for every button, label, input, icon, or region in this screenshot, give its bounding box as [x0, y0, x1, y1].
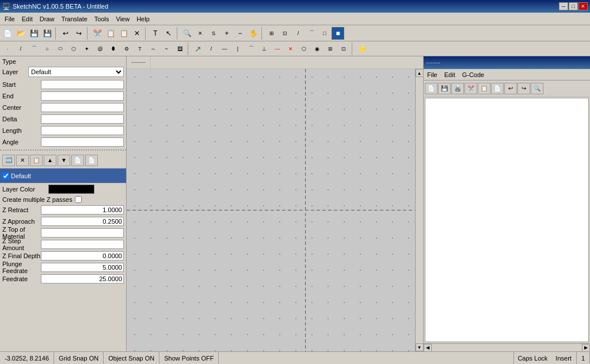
scroll-down-btn[interactable]: ▼: [416, 343, 424, 351]
tb2-spline[interactable]: ~: [160, 43, 173, 55]
tb-zoom-s[interactable]: S: [207, 27, 220, 40]
tb2-poly[interactable]: ⬡: [67, 43, 80, 55]
tb2-gear[interactable]: ⚙: [120, 43, 133, 55]
tb2-node[interactable]: ◉: [311, 43, 323, 55]
z-retract-input[interactable]: [41, 205, 124, 214]
tb-zoom-plus[interactable]: +: [220, 27, 233, 40]
z-final-input[interactable]: [41, 251, 124, 260]
menu-translate[interactable]: Translate: [58, 14, 90, 24]
menu-draw[interactable]: Draw: [36, 14, 58, 24]
tb2-ellipse[interactable]: ⬭: [54, 43, 67, 55]
tb2-arc[interactable]: ⌒: [28, 43, 40, 55]
menu-tools[interactable]: Tools: [91, 14, 113, 24]
tb2-circle[interactable]: ○: [41, 43, 54, 55]
right-tb-copy[interactable]: 📋: [478, 83, 490, 94]
tb2-h[interactable]: —: [218, 43, 231, 55]
vertical-scrollbar[interactable]: ▲ ▼: [415, 69, 423, 351]
z-approach-input[interactable]: [41, 217, 124, 226]
sub-btn-new[interactable]: 🆕: [2, 155, 15, 166]
maximize-button[interactable]: □: [569, 2, 578, 10]
tb-open[interactable]: 📂: [14, 27, 27, 40]
right-tb-new[interactable]: 📄: [425, 83, 437, 94]
menu-help[interactable]: Help: [133, 14, 153, 24]
sub-btn-delete[interactable]: ✕: [16, 155, 29, 166]
tb-undo[interactable]: ↩: [59, 27, 72, 40]
tb2-tangent[interactable]: ⌒: [245, 43, 257, 55]
scroll-up-btn[interactable]: ▲: [416, 69, 424, 77]
tb2-point[interactable]: ·: [1, 43, 14, 55]
tb2-extra[interactable]: ⊞: [324, 43, 337, 55]
canvas-viewport[interactable]: [127, 69, 415, 351]
sub-btn-copy[interactable]: 📄: [71, 155, 84, 166]
minimize-button[interactable]: ─: [559, 2, 568, 10]
tb2-text2[interactable]: T: [134, 43, 146, 55]
status-show-points[interactable]: Show Points OFF: [159, 352, 219, 364]
status-grid-snap[interactable]: Grid Snap ON: [54, 352, 104, 364]
tb-new[interactable]: 📄: [1, 27, 14, 40]
right-tb-undo[interactable]: ↩: [504, 83, 517, 94]
field-delta-input[interactable]: [41, 114, 124, 124]
tb2-red-line[interactable]: —: [271, 43, 284, 55]
right-tb-cut[interactable]: ✂️: [465, 83, 477, 94]
tb-save[interactable]: 💾: [28, 27, 40, 40]
tb2-star2[interactable]: ⭐: [356, 43, 368, 55]
close-button[interactable]: ✕: [578, 2, 588, 10]
tb-zoom-x[interactable]: ✕: [194, 27, 207, 40]
tb2-v[interactable]: |: [231, 43, 244, 55]
tb-text[interactable]: T: [149, 27, 162, 40]
layer-color-box[interactable]: [48, 185, 94, 194]
right-content-area[interactable]: [425, 98, 589, 342]
scroll-left-btn[interactable]: ◀: [424, 344, 432, 352]
tb2-red-x[interactable]: ✕: [284, 43, 297, 55]
tb-delete[interactable]: ✕: [131, 27, 143, 40]
tb-copy[interactable]: 📋: [104, 27, 117, 40]
tb2-img[interactable]: 🖼: [173, 43, 186, 55]
tb-fill[interactable]: ■: [332, 27, 344, 40]
field-start-input[interactable]: [41, 80, 124, 89]
right-tb-redo[interactable]: ↪: [517, 83, 530, 94]
tb-snap[interactable]: ⊡: [279, 27, 291, 40]
field-length-input[interactable]: [41, 126, 124, 135]
tb2-arrow-up[interactable]: ↗: [192, 43, 204, 55]
menu-view[interactable]: View: [113, 14, 134, 24]
tb-line[interactable]: /: [292, 27, 304, 40]
tb2-star[interactable]: ✦: [81, 43, 93, 55]
tb2-shape[interactable]: ⬡: [298, 43, 310, 55]
tb-redo[interactable]: ↪: [73, 27, 85, 40]
z-step-input[interactable]: [41, 240, 124, 249]
scroll-right-btn[interactable]: ▶: [582, 344, 590, 352]
menu-edit[interactable]: Edit: [18, 14, 36, 24]
right-tb-save[interactable]: 💾: [438, 83, 451, 94]
tb-curve[interactable]: ⌒: [305, 27, 318, 40]
menu-file[interactable]: File: [1, 14, 18, 24]
right-menu-file[interactable]: File: [424, 70, 441, 79]
feedrate-input[interactable]: [41, 274, 124, 283]
tb2-perp[interactable]: ⊥: [258, 43, 271, 55]
sub-btn-edit[interactable]: 📋: [30, 155, 43, 166]
layer-select[interactable]: Default: [28, 67, 124, 77]
tb-select[interactable]: ↖: [162, 27, 175, 40]
right-tb-print[interactable]: 🖨️: [451, 83, 464, 94]
tb-pan[interactable]: ✋: [247, 27, 260, 40]
right-menu-gcode[interactable]: G-Code: [459, 70, 488, 79]
right-tb-paste[interactable]: 📄: [491, 83, 504, 94]
tb2-slot[interactable]: ⬮: [107, 43, 120, 55]
field-angle-input[interactable]: [41, 137, 124, 147]
tb-zoom-minus[interactable]: −: [234, 27, 246, 40]
right-menu-edit[interactable]: Edit: [441, 70, 459, 79]
field-end-input[interactable]: [41, 91, 124, 101]
plunge-feedrate-input[interactable]: [41, 263, 124, 272]
layer-list-item[interactable]: Default: [0, 168, 126, 183]
multiple-z-checkbox[interactable]: [75, 196, 82, 203]
status-object-snap[interactable]: Object Snap ON: [104, 352, 159, 364]
field-center-input[interactable]: [41, 103, 124, 112]
right-tb-find[interactable]: 🔍: [531, 83, 543, 94]
horizontal-scrollbar-right[interactable]: ◀ ▶: [424, 343, 590, 351]
layer-checkbox[interactable]: [2, 173, 9, 179]
tb2-spiral[interactable]: @: [94, 43, 106, 55]
sub-btn-down[interactable]: ▼: [58, 155, 70, 166]
tb-grid[interactable]: ⊞: [265, 27, 278, 40]
sub-btn-paste[interactable]: 📄: [85, 155, 98, 166]
tb-paste[interactable]: 📋: [117, 27, 130, 40]
z-top-input[interactable]: [41, 228, 124, 237]
